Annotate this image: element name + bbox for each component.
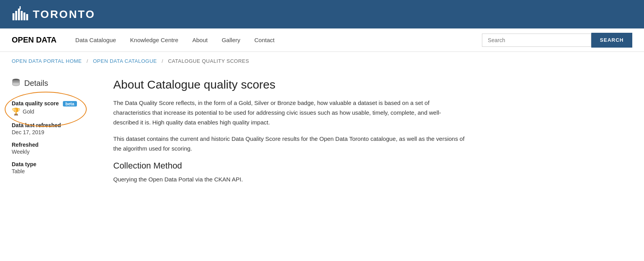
nav-link-about[interactable]: About [186,37,215,43]
nav-links: Data Catalogue Knowledge Centre About Ga… [68,37,482,43]
breadcrumb-link-home[interactable]: OPEN DATA PORTAL HOME [12,58,82,64]
nav-bar: OPEN DATA Data Catalogue Knowledge Centr… [0,28,644,52]
article-paragraph-2: This dataset contains the current and hi… [113,134,465,154]
article-paragraph-collection-method: Querying the Open Data Portal via the CK… [113,175,465,185]
detail-item-last-refreshed: Data last refreshed Dec 17, 2019 [12,122,98,135]
nav-link-gallery[interactable]: Gallery [215,37,248,43]
top-header-bar: TORONTO [0,0,644,28]
details-panel: Data quality score beta 🏆 Gold Data last… [12,96,98,185]
detail-label-data-type: Data type [12,161,98,167]
detail-label-quality-score: Data quality score beta [12,100,98,107]
svg-rect-5 [26,14,28,20]
nav-brand: OPEN DATA [12,36,57,44]
svg-rect-3 [21,11,23,20]
search-area: SEARCH [482,33,632,48]
sidebar-title: Details [12,78,98,89]
breadcrumb-separator-1: / [87,58,88,64]
svg-rect-1 [15,11,17,20]
logo-area: TORONTO [12,5,95,23]
trophy-icon: 🏆 [12,107,20,116]
article-content: About Catalogue quality scores The Data … [113,78,465,192]
breadcrumb-separator-2: / [162,58,163,64]
sidebar: Details Data quality score beta 🏆 Gold D… [12,78,98,192]
svg-rect-0 [12,13,14,20]
nav-link-contact[interactable]: Contact [247,37,282,43]
nav-link-data-catalogue[interactable]: Data Catalogue [68,37,123,43]
detail-value-last-refreshed: Dec 17, 2019 [12,129,98,135]
breadcrumb-current: CATALOGUE QUALITY SCORES [168,58,249,64]
svg-rect-2 [18,9,20,20]
sidebar-details-label: Details [24,79,48,88]
search-input[interactable] [482,34,591,47]
detail-value-data-type: Table [12,168,98,174]
detail-item-refreshed: Refreshed Weekly [12,142,98,155]
database-stack-icon [12,78,20,89]
toronto-buildings-icon [12,5,29,23]
main-content: Details Data quality score beta 🏆 Gold D… [0,70,644,207]
breadcrumb-link-catalogue[interactable]: OPEN DATA CATALOGUE [93,58,157,64]
beta-badge: beta [63,101,77,107]
detail-value-refreshed: Weekly [12,149,98,155]
breadcrumb: OPEN DATA PORTAL HOME / OPEN DATA CATALO… [0,52,644,70]
detail-item-data-type: Data type Table [12,161,98,174]
detail-item-quality-score: Data quality score beta 🏆 Gold [12,100,98,116]
detail-label-refreshed: Refreshed [12,142,98,148]
article-paragraph-1: The Data Quality Score reflects, in the … [113,98,465,127]
nav-link-knowledge-centre[interactable]: Knowledge Centre [123,37,185,43]
logo-text: TORONTO [33,8,95,21]
svg-rect-4 [23,12,25,20]
svg-rect-6 [20,6,21,9]
article-title: About Catalogue quality scores [113,78,465,91]
detail-label-last-refreshed: Data last refreshed [12,122,98,128]
detail-value-gold: 🏆 Gold [12,107,98,116]
section-heading-collection-method: Collection Method [113,161,465,171]
search-button[interactable]: SEARCH [591,33,632,48]
